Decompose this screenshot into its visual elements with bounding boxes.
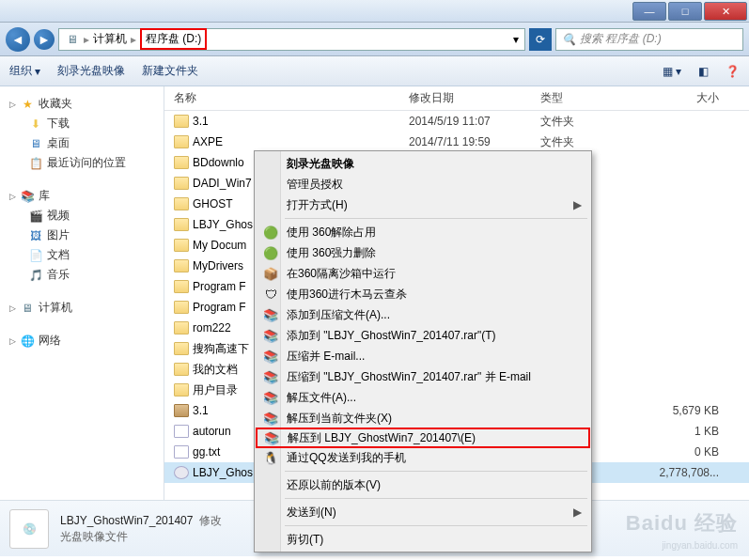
menu-item[interactable]: 📚压缩并 E-mail... [257, 346, 589, 366]
burn-image-button[interactable]: 刻录光盘映像 [57, 63, 125, 79]
menu-item[interactable]: 📚添加到 "LBJY_GhostWin7_201407.rar"(T) [257, 325, 589, 346]
address-bar: ◄ ► 🖥 ▸ 计算机 ▸ 程序盘 (D:) ▾ ⟳ 🔍 搜索 程序盘 (D:) [0, 23, 749, 56]
menu-item[interactable]: 📚解压到 LBJY_GhostWin7_201407\(E) [256, 428, 590, 448]
rar-icon: 📚 [262, 368, 279, 385]
rar-icon: 📚 [262, 327, 279, 344]
address-field[interactable]: 🖥 ▸ 计算机 ▸ 程序盘 (D:) ▾ [58, 28, 525, 51]
menu-item[interactable]: 📚压缩到 "LBJY_GhostWin7_201407.rar" 并 E-mai… [257, 366, 589, 387]
document-icon: 📄 [28, 248, 43, 263]
col-name-header[interactable]: 名称 [164, 90, 409, 106]
nav-pictures[interactable]: 🖼图片 [4, 226, 160, 245]
nav-documents[interactable]: 📄文档 [4, 245, 160, 265]
breadcrumb-sep-icon: ▸ [131, 33, 136, 46]
favorites-group[interactable]: ▷ ★ 收藏夹 [4, 94, 160, 114]
computer-icon: 🖥 [65, 32, 80, 47]
file-name: autorun [193, 425, 231, 438]
file-row[interactable]: AXPE2014/7/11 19:59文件夹 [164, 132, 749, 152]
new-folder-button[interactable]: 新建文件夹 [142, 63, 198, 79]
network-group[interactable]: ▷ 🌐 网络 [4, 331, 160, 350]
music-icon: 🎵 [28, 268, 43, 283]
refresh-button[interactable]: ⟳ [529, 28, 552, 51]
menu-item-label: 使用360进行木马云查杀 [287, 287, 407, 303]
txt-icon [174, 425, 189, 438]
menu-item[interactable]: 🐧通过QQ发送到我的手机 [257, 447, 589, 468]
nav-music[interactable]: 🎵音乐 [4, 265, 160, 285]
breadcrumb-drive[interactable]: 程序盘 (D:) [140, 28, 207, 50]
maximize-button[interactable]: □ [668, 2, 702, 21]
box-icon: 📦 [262, 265, 279, 282]
rar-icon: 📚 [263, 429, 280, 446]
txt-icon [174, 445, 189, 459]
menu-item-label: 解压到 LBJY_GhostWin7_201407\(E) [288, 430, 476, 446]
menu-item[interactable]: 📚解压到当前文件夹(X) [257, 408, 589, 428]
folder-icon [174, 177, 189, 190]
rar-icon: 📚 [262, 306, 279, 323]
menu-item[interactable]: 📦在360隔离沙箱中运行 [257, 263, 589, 284]
network-icon: 🌐 [20, 334, 35, 349]
folder-icon [174, 115, 189, 128]
menu-item[interactable]: 🛡使用360进行木马云查杀 [257, 284, 589, 304]
search-input[interactable]: 🔍 搜索 程序盘 (D:) [555, 28, 743, 51]
breadcrumb-computer[interactable]: 计算机 [93, 31, 127, 47]
file-name: 搜狗高速下 [193, 341, 249, 357]
menu-item-label: 剪切(T) [287, 532, 323, 548]
menu-item[interactable]: 还原以前的版本(V) [257, 474, 589, 495]
submenu-arrow-icon: ▶ [573, 198, 582, 211]
minimize-button[interactable]: — [632, 2, 666, 21]
nav-downloads[interactable]: ⬇下载 [4, 114, 160, 133]
close-button[interactable]: ✕ [704, 2, 747, 21]
menu-item-label: 管理员授权 [287, 177, 343, 193]
chevron-down-icon: ▾ [35, 65, 40, 78]
folder-icon [174, 280, 189, 293]
col-date-header[interactable]: 修改日期 [409, 90, 540, 106]
nav-videos[interactable]: 🎬视频 [4, 206, 160, 226]
nav-recent[interactable]: 📋最近访问的位置 [4, 153, 160, 173]
file-row[interactable]: 3.12014/5/19 11:07文件夹 [164, 111, 749, 132]
menu-item[interactable]: 剪切(T) [257, 529, 589, 550]
file-name: DADI_Win7 [193, 177, 252, 190]
file-name: 用户目录 [193, 382, 238, 398]
menu-item-label: 添加到 "LBJY_GhostWin7_201407.rar"(T) [287, 328, 496, 344]
menu-item[interactable]: 🟢使用 360解除占用 [257, 222, 589, 242]
rar-icon: 📚 [262, 348, 279, 365]
nav-forward-button[interactable]: ► [34, 29, 55, 50]
navigation-tree: ▷ ★ 收藏夹 ⬇下载 🖥桌面 📋最近访问的位置 ▷ 📚 库 🎬视频 🖼图片 📄… [0, 86, 164, 500]
menu-item-label: 压缩并 E-mail... [287, 349, 365, 365]
menu-item[interactable]: 打开方式(H)▶ [257, 194, 589, 215]
submenu-arrow-icon: ▶ [573, 506, 582, 519]
help-button[interactable]: ❓ [726, 65, 740, 78]
menu-separator [285, 498, 587, 499]
menu-item[interactable]: 📚解压文件(A)... [257, 387, 589, 408]
nav-desktop[interactable]: 🖥桌面 [4, 133, 160, 153]
menu-item[interactable]: 管理员授权 [257, 174, 589, 194]
menu-item-label: 通过QQ发送到我的手机 [287, 450, 406, 466]
col-type-header[interactable]: 类型 [540, 90, 644, 106]
view-options-button[interactable]: ▦ ▾ [663, 65, 681, 78]
menu-item[interactable]: 🟢使用 360强力删除 [257, 242, 589, 263]
file-date: 2014/7/11 19:59 [409, 135, 540, 148]
collapse-icon: ▷ [9, 303, 16, 313]
file-name: Program F [193, 280, 246, 293]
rar-icon: 📚 [262, 410, 279, 427]
menu-separator [285, 471, 587, 472]
video-icon: 🎬 [28, 209, 43, 224]
address-dropdown-icon[interactable]: ▾ [513, 33, 519, 46]
folder-icon [174, 197, 189, 210]
nav-back-button[interactable]: ◄ [6, 27, 30, 52]
file-name: LBJY_Ghos [193, 466, 253, 479]
computer-group[interactable]: ▷ 🖥 计算机 [4, 298, 160, 318]
file-size: 5,679 KB [644, 404, 728, 417]
libraries-group[interactable]: ▷ 📚 库 [4, 186, 160, 206]
preview-pane-button[interactable]: ◧ [698, 65, 709, 78]
col-size-header[interactable]: 大小 [644, 90, 728, 106]
details-filename: LBJY_GhostWin7_201407 [60, 514, 193, 527]
menu-item[interactable]: 发送到(N)▶ [257, 502, 589, 522]
menu-item[interactable]: 刻录光盘映像 [257, 153, 589, 174]
file-size: 0 KB [644, 445, 728, 459]
organize-button[interactable]: 组织▾ [9, 63, 40, 79]
file-name: 3.1 [193, 404, 209, 417]
library-icon: 📚 [20, 189, 35, 204]
disc-icon: 💿 [23, 522, 37, 536]
menu-item[interactable]: 📚添加到压缩文件(A)... [257, 304, 589, 325]
file-name: AXPE [193, 135, 223, 148]
